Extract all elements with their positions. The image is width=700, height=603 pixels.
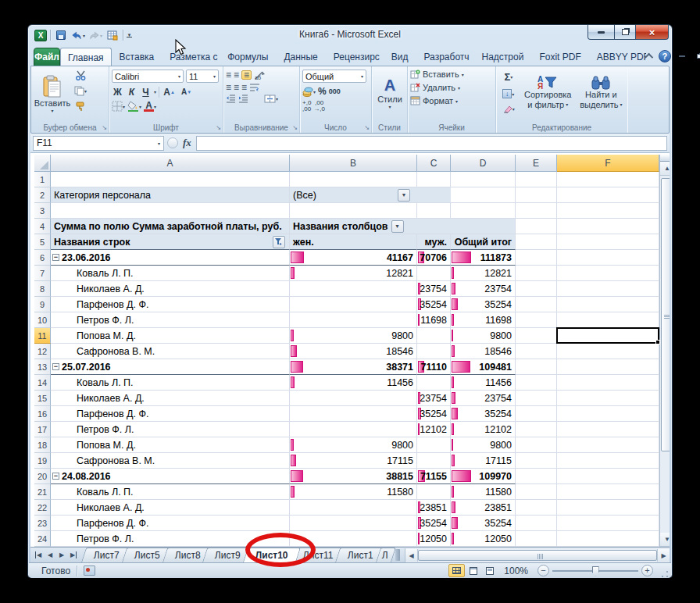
cut-icon[interactable] [75, 70, 87, 80]
font-name-combo[interactable]: Calibri▾ [112, 70, 184, 83]
cell-B5[interactable]: жен. [290, 234, 417, 250]
cell-E7[interactable] [516, 266, 557, 281]
cell-B6[interactable]: 41167 [290, 250, 417, 266]
cell-A9[interactable]: Парфенов Д. Ф. [51, 297, 290, 312]
italic-button[interactable]: К [126, 86, 138, 98]
merge-center-button[interactable]: ▾ [264, 95, 278, 103]
cell-C9[interactable]: 35254 [417, 297, 451, 312]
row-header-18[interactable]: 18 [34, 437, 51, 453]
cell-A23[interactable]: Парфенов Д. Ф. [51, 516, 290, 531]
cell-B11[interactable]: 9800 [290, 328, 417, 344]
ribbon-tab-Данные[interactable]: Данные [276, 48, 325, 66]
row-header-17[interactable]: 17 [34, 422, 51, 437]
scroll-left-button[interactable]: ◀ [405, 549, 418, 562]
row-header-4[interactable]: 4 [34, 219, 51, 234]
cell-E22[interactable] [516, 500, 557, 516]
increase-decimal-button[interactable]: +,0,00 [302, 100, 311, 112]
format-painter-icon[interactable] [75, 102, 86, 112]
cell-A11[interactable]: Попова М. Д. [51, 328, 290, 344]
help-button[interactable]: ? [659, 50, 671, 62]
cell-F22[interactable] [557, 500, 659, 516]
cell-F9[interactable] [557, 297, 659, 312]
cell-E21[interactable] [516, 484, 557, 500]
cell-A8[interactable]: Николаев А. Д. [51, 281, 290, 297]
borders-button[interactable]: ▾ [112, 101, 125, 112]
row-header-9[interactable]: 9 [34, 297, 51, 312]
copy-dropdown[interactable]: ▾ [84, 88, 87, 94]
align-right-button[interactable]: ≡ [241, 84, 247, 91]
normal-view-button[interactable] [448, 564, 465, 577]
cell-B3[interactable] [290, 203, 417, 219]
name-box[interactable]: F11▾ [33, 136, 164, 151]
column-header-D[interactable]: D [451, 155, 516, 172]
cell-A20[interactable]: −24.08.2016 [51, 469, 290, 484]
dropdown-icon[interactable]: ▾ [458, 85, 460, 91]
font-color-button[interactable]: А ▾ [144, 102, 156, 112]
cell-F3[interactable] [557, 203, 659, 219]
column-header-C[interactable]: C [417, 155, 451, 172]
cell-D10[interactable]: 11698 [451, 312, 516, 328]
cell-D16[interactable]: 35254 [451, 406, 516, 422]
cell-B22[interactable] [290, 500, 417, 516]
page-break-view-button[interactable] [481, 564, 498, 577]
scroll-down-button[interactable]: ▼ [660, 533, 670, 547]
scroll-up-button[interactable]: ▲ [660, 162, 670, 176]
cell-F13[interactable] [557, 359, 659, 375]
row-header-22[interactable]: 22 [34, 500, 51, 516]
comma-style-button[interactable]: 000 [329, 87, 341, 95]
column-labels-dropdown[interactable]: ▼ [391, 220, 404, 233]
align-bottom-button[interactable]: ≡ [241, 70, 252, 80]
number-dialog-launcher[interactable]: ↘ [364, 125, 370, 131]
cell-E14[interactable] [516, 375, 557, 391]
column-header-A[interactable]: A [51, 155, 290, 172]
title-bar[interactable]: X ▾ ▾ ▾ Книга6 - Microsoft Excel [28, 25, 672, 45]
workbook-minimize-button[interactable] [677, 52, 688, 62]
vertical-scroll-thumb[interactable] [661, 178, 670, 451]
cell-F18[interactable] [557, 437, 659, 453]
row-header-23[interactable]: 23 [34, 516, 51, 531]
align-top-button[interactable]: ≡ [226, 71, 231, 79]
zoom-slider-thumb[interactable] [592, 566, 599, 576]
cell-A5[interactable]: Названия строк [51, 234, 290, 250]
zoom-out-button[interactable]: − [538, 565, 549, 576]
cell-F2[interactable] [557, 187, 659, 203]
ribbon-tab-Разметка с[interactable]: Разметка с [162, 48, 220, 66]
cell-C18[interactable] [417, 437, 451, 453]
fill-color-button[interactable]: ▾ [127, 101, 141, 112]
row-header-10[interactable]: 10 [34, 312, 51, 328]
cell-C21[interactable] [417, 484, 451, 500]
cell-B2[interactable]: (Все)▼ [290, 187, 451, 203]
cell-A3[interactable] [51, 203, 290, 219]
cell-F19[interactable] [557, 453, 659, 469]
accounting-format-button[interactable]: ▾ [302, 87, 316, 97]
cell-D7[interactable]: 12821 [451, 266, 516, 281]
cell-C12[interactable] [417, 344, 451, 359]
column-header-B[interactable]: B [290, 155, 417, 172]
ribbon-tab-ABBYY PDF[interactable]: ABBYY PDF [589, 48, 647, 66]
cell-D19[interactable]: 17115 [451, 453, 516, 469]
row-header-11[interactable]: 11 [34, 328, 51, 344]
cell-E18[interactable] [516, 437, 557, 453]
cell-F24[interactable] [557, 531, 659, 547]
format-cells-button[interactable]: Формат [423, 96, 453, 105]
dropdown-icon[interactable]: ▾ [139, 104, 141, 109]
cell-E2[interactable] [516, 187, 557, 203]
column-header-F[interactable]: F [557, 155, 659, 172]
row-header-3[interactable]: 3 [34, 203, 51, 219]
cell-C17[interactable]: 12102 [417, 422, 451, 437]
cell-B13[interactable]: 38371 [290, 359, 417, 375]
row-header-7[interactable]: 7 [34, 266, 51, 281]
fill-button[interactable]: ↓▾ [502, 89, 514, 98]
dropdown-icon[interactable]: ▾ [455, 98, 458, 104]
sort-filter-button[interactable]: АЯ Сортировка и фильтр▾ [522, 68, 574, 118]
cell-E9[interactable] [516, 297, 557, 312]
cell-E12[interactable] [516, 344, 557, 359]
minimize-button[interactable] [588, 25, 615, 40]
cell-A1[interactable] [51, 172, 290, 187]
cell-A7[interactable]: Коваль Л. П. [51, 266, 290, 281]
split-handle[interactable] [660, 155, 670, 162]
horizontal-scroll-thumb[interactable] [418, 550, 657, 561]
cell-B15[interactable] [290, 391, 417, 406]
cell-D13[interactable]: 109481 [451, 359, 516, 375]
cell-C13[interactable]: 71110 [417, 359, 451, 375]
